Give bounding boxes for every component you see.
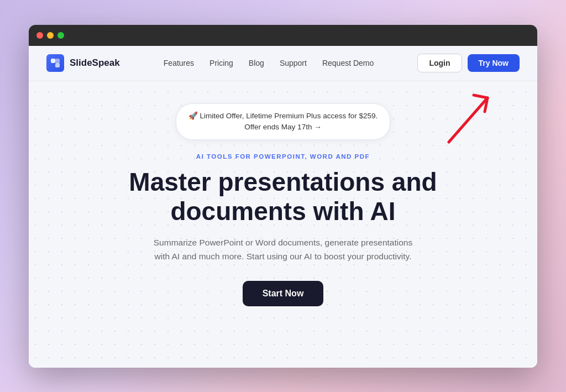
browser-content: SlideSpeak Features Pricing Blog Support… (29, 46, 537, 368)
svg-rect-1 (55, 63, 60, 67)
offer-banner-text: 🚀 Limited Offer, Lifetime Premium Plus a… (188, 111, 378, 133)
start-now-button[interactable]: Start Now (243, 281, 324, 306)
offer-banner[interactable]: 🚀 Limited Offer, Lifetime Premium Plus a… (176, 103, 390, 140)
svg-rect-0 (51, 59, 55, 63)
main-content: 🚀 Limited Offer, Lifetime Premium Plus a… (29, 81, 537, 368)
login-button[interactable]: Login (417, 54, 462, 72)
nav-links: Features Pricing Blog Support Request De… (164, 59, 374, 67)
hero-label: AI TOOLS FOR POWERPOINT, WORD AND PDF (129, 153, 437, 160)
svg-line-3 (449, 98, 488, 142)
nav-link-support[interactable]: Support (280, 59, 307, 67)
logo-area: SlideSpeak (46, 54, 120, 72)
logo-text: SlideSpeak (70, 58, 120, 69)
browser-titlebar (29, 25, 537, 46)
dot-green[interactable] (57, 32, 64, 39)
browser-dots (36, 32, 64, 39)
nav-link-pricing[interactable]: Pricing (209, 59, 233, 67)
dot-red[interactable] (36, 32, 43, 39)
logo-icon (46, 54, 64, 72)
navbar: SlideSpeak Features Pricing Blog Support… (29, 46, 537, 81)
dot-yellow[interactable] (47, 32, 54, 39)
hero: AI TOOLS FOR POWERPOINT, WORD AND PDF Ma… (129, 153, 437, 306)
nav-link-features[interactable]: Features (164, 59, 194, 67)
nav-link-request-demo[interactable]: Request Demo (322, 59, 374, 67)
nav-actions: Login Try Now (417, 54, 520, 72)
browser-window: SlideSpeak Features Pricing Blog Support… (29, 25, 537, 368)
try-now-button[interactable]: Try Now (468, 54, 520, 72)
hero-subtitle: Summarize PowerPoint or Word documents, … (145, 236, 421, 264)
svg-rect-2 (55, 59, 60, 63)
nav-link-blog[interactable]: Blog (249, 59, 264, 67)
hero-title: Master presentations and documents with … (129, 168, 437, 226)
arrow-annotation (438, 87, 504, 148)
